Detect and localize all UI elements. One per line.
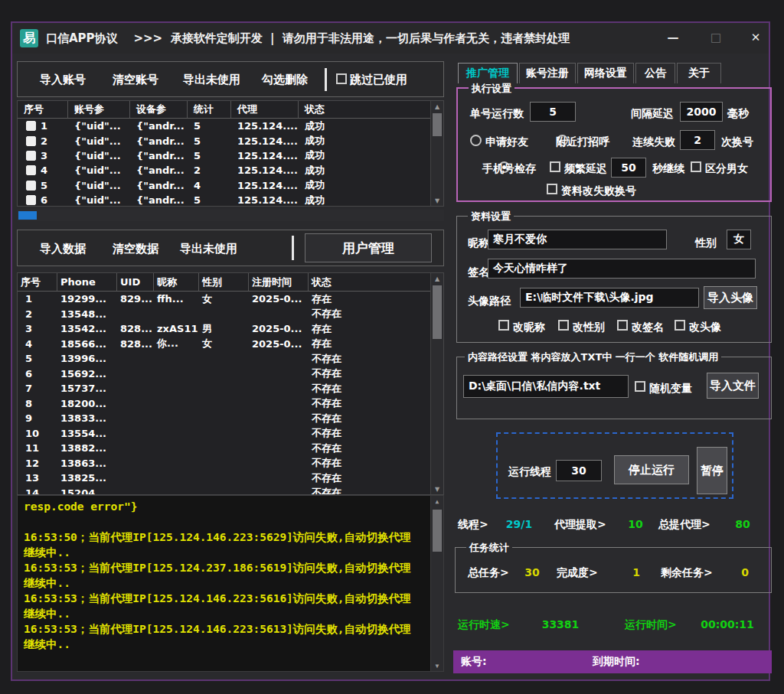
accounts-toolbar: 导入账号 清空账号 导出未使用 勾选删除 跳过已使用 xyxy=(17,61,444,97)
table-row[interactable]: 5 13996... 不存在 xyxy=(18,351,431,367)
table-row[interactable]: 6 {"uid"... {"andr... 5 125.124.... 成功 xyxy=(18,193,431,207)
row-checkbox[interactable] xyxy=(26,181,36,191)
table-row[interactable]: 1 19299... 829... ffh... 女 2025-0... 存在 xyxy=(18,292,431,307)
content-path-input[interactable]: D:\桌面\口信\私信内容.txt xyxy=(463,375,629,398)
col-seq: 序号 xyxy=(18,273,57,291)
table-row[interactable]: 9 13833... 不存在 xyxy=(18,411,431,426)
row-checkbox[interactable] xyxy=(26,121,36,131)
maximize-button[interactable]: □ xyxy=(706,28,726,47)
tab-promotion[interactable]: 推广管理 xyxy=(458,63,518,83)
scroll-down-icon[interactable]: ▼ xyxy=(431,660,443,671)
change-gender-label: 改性别 xyxy=(573,321,605,334)
col-uid: UID xyxy=(117,273,154,291)
change-sign-checkbox[interactable] xyxy=(617,320,628,331)
interval-label: 间隔延迟 xyxy=(631,107,674,121)
table-row[interactable]: 7 15737... 不存在 xyxy=(18,381,431,396)
freq-delay-input[interactable]: 50 xyxy=(611,158,646,178)
close-button[interactable]: ✕ xyxy=(746,28,766,47)
thread-count-label: 运行线程 xyxy=(508,465,551,479)
accounts-hscrollbar[interactable] xyxy=(17,210,444,221)
freq-delay-checkbox[interactable] xyxy=(550,161,560,172)
col-nick: 昵称 xyxy=(154,273,199,291)
total-task-label: 总任务> xyxy=(468,566,509,580)
change-avatar-checkbox[interactable] xyxy=(675,320,685,331)
table-row[interactable]: 3 13542... 828... zxAS11 男 2025-0... 存在 xyxy=(18,321,431,337)
tab-register[interactable]: 账号注册 xyxy=(519,63,576,83)
apply-friend-radio[interactable] xyxy=(470,135,482,146)
table-row[interactable]: 13 13825... 不存在 xyxy=(18,471,431,486)
single-run-input[interactable]: 5 xyxy=(530,102,576,122)
total-proxy-label: 总提代理> xyxy=(658,518,710,532)
scroll-down-icon[interactable]: ▼ xyxy=(431,484,443,494)
stop-run-button[interactable]: 停止运行 xyxy=(614,455,689,484)
table-row[interactable]: 6 15692... 不存在 xyxy=(18,367,431,382)
scroll-thumb[interactable] xyxy=(433,285,442,339)
exec-settings-legend: 执行设置 xyxy=(469,82,514,96)
table-row[interactable]: 2 13548... 不存在 xyxy=(18,307,431,322)
change-nick-checkbox[interactable] xyxy=(498,320,509,331)
users-scrollbar[interactable]: ▲ ▼ xyxy=(430,273,443,494)
table-row[interactable]: 1 {"uid"... {"andr... 5 125.124.... 成功 xyxy=(18,119,431,133)
pause-button[interactable]: 暂停 xyxy=(697,447,727,494)
table-row[interactable]: 5 {"uid"... {"andr... 4 125.124.... 成功 xyxy=(18,178,431,193)
log-output[interactable]: resp.code error"}16:53:50；当前代理IP[125.124… xyxy=(17,495,444,672)
title-bar[interactable]: 易 口信APP协议 >>> 承接软件定制开发 | 请勿用于非法用途，一切后果与作… xyxy=(12,23,769,54)
col-gender: 性别 xyxy=(199,273,249,291)
random-var-checkbox[interactable] xyxy=(635,381,645,392)
table-row[interactable]: 11 13882... 不存在 xyxy=(18,441,431,456)
tab-notice[interactable]: 公告 xyxy=(635,63,675,83)
tab-network[interactable]: 网络设置 xyxy=(577,63,634,83)
scroll-thumb[interactable] xyxy=(433,510,442,552)
nickname-input[interactable]: 寒月不爱你 xyxy=(488,230,667,249)
import-accounts-button[interactable]: 导入账号 xyxy=(40,73,86,87)
profile-fail-checkbox[interactable] xyxy=(547,184,557,194)
fail-input[interactable]: 2 xyxy=(680,130,715,150)
delete-checked-button[interactable]: 勾选删除 xyxy=(262,73,308,87)
proxy-stat-label: 代理提取> xyxy=(554,518,606,532)
table-row[interactable]: 8 18200... 不存在 xyxy=(18,396,431,412)
row-checkbox[interactable] xyxy=(26,151,36,161)
clear-data-button[interactable]: 清空数据 xyxy=(113,242,158,256)
gender-label: 性别 xyxy=(695,236,717,250)
row-checkbox[interactable] xyxy=(26,165,36,175)
minimize-button[interactable]: — xyxy=(663,28,683,47)
run-time-label: 运行时间> xyxy=(625,618,677,632)
skip-used-checkbox[interactable] xyxy=(336,73,347,84)
row-checkbox[interactable] xyxy=(26,136,36,146)
signature-input[interactable]: 今天心情咋样了 xyxy=(488,259,756,279)
desktop: 易 口信APP协议 >>> 承接软件定制开发 | 请勿用于非法用途，一切后果与作… xyxy=(0,0,784,694)
import-file-button[interactable]: 导入文件 xyxy=(707,373,759,399)
gender-input[interactable]: 女 xyxy=(727,230,751,249)
clear-accounts-button[interactable]: 清空账号 xyxy=(113,73,158,87)
change-gender-checkbox[interactable] xyxy=(558,320,569,331)
table-row[interactable]: 14 15204... 不存在 xyxy=(18,486,431,496)
scroll-up-icon[interactable]: ▲ xyxy=(431,273,443,284)
interval-input[interactable]: 2000 xyxy=(680,102,723,122)
table-row[interactable]: 3 {"uid"... {"andr... 5 125.124.... 成功 xyxy=(18,148,431,163)
hscroll-thumb[interactable] xyxy=(18,211,37,220)
table-row[interactable]: 12 13863... 不存在 xyxy=(18,456,431,471)
import-avatar-button[interactable]: 导入头像 xyxy=(704,286,757,309)
table-row[interactable]: 4 {"uid"... {"andr... 2 125.124.... 成功 xyxy=(18,163,431,178)
log-scrollbar[interactable]: ▲ ▼ xyxy=(430,496,443,671)
scroll-down-icon[interactable]: ▼ xyxy=(431,195,443,206)
table-row[interactable]: 4 18566... 828... 你... 女 2025-0... 存在 xyxy=(18,337,431,352)
scroll-thumb[interactable] xyxy=(433,113,442,136)
import-data-button[interactable]: 导入数据 xyxy=(40,242,86,256)
export-unused-data-button[interactable]: 导出未使用 xyxy=(180,242,237,256)
table-row[interactable]: 2 {"uid"... {"andr... 5 125.124.... 成功 xyxy=(18,133,431,148)
user-management-button[interactable]: 用户管理 xyxy=(305,233,432,262)
scroll-up-icon[interactable]: ▲ xyxy=(431,101,443,112)
row-checkbox[interactable] xyxy=(26,195,36,205)
table-row[interactable]: 10 13554... 不存在 xyxy=(18,426,431,441)
col-phone: Phone xyxy=(57,273,117,291)
avatar-path-input[interactable]: E:\临时文件下载\头像.jpg xyxy=(520,288,699,308)
app-window: 易 口信APP协议 >>> 承接软件定制开发 | 请勿用于非法用途，一切后果与作… xyxy=(11,21,770,681)
thread-count-input[interactable]: 30 xyxy=(556,460,602,481)
accounts-scrollbar[interactable]: ▲ ▼ xyxy=(430,101,443,206)
export-unused-accounts-button[interactable]: 导出未使用 xyxy=(183,73,240,87)
scroll-up-icon[interactable]: ▲ xyxy=(431,496,443,507)
gender-split-checkbox[interactable] xyxy=(691,161,701,172)
tab-about[interactable]: 关于 xyxy=(677,63,721,83)
proxy-stat-value: 10 xyxy=(620,518,651,530)
